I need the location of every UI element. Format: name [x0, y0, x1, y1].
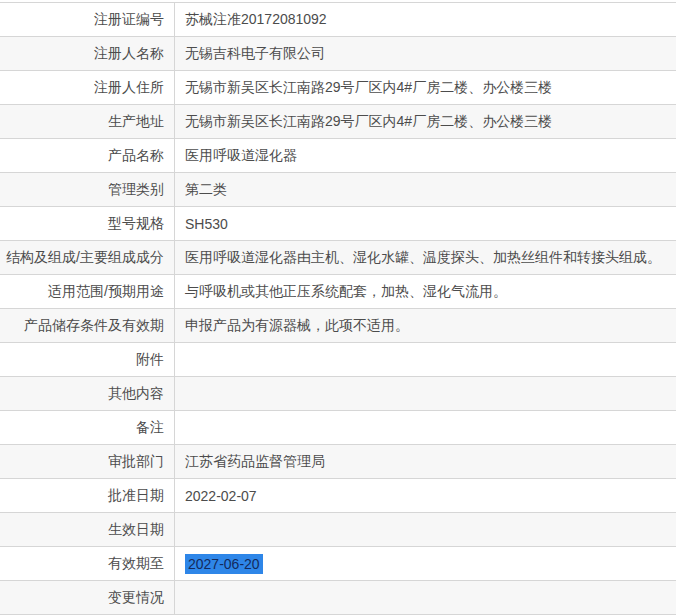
table-row: 注册证编号 苏械注准20172081092 — [0, 3, 676, 37]
row-label: 有效期至 — [0, 547, 175, 580]
row-label: 型号规格 — [0, 207, 175, 240]
table-row: 注册人住所 无锡市新吴区长江南路29号厂区内4#厂房二楼、办公楼三楼 — [0, 71, 676, 105]
table-row: 管理类别 第二类 — [0, 173, 676, 207]
row-value: 医用呼吸道湿化器 — [175, 139, 676, 172]
table-row: 批准日期 2022-02-07 — [0, 479, 676, 513]
row-label: 生效日期 — [0, 513, 175, 546]
table-row: 生产地址 无锡市新吴区长江南路29号厂区内4#厂房二楼、办公楼三楼 — [0, 105, 676, 139]
row-value — [175, 343, 676, 376]
row-label: 注册人住所 — [0, 71, 175, 104]
row-label: 注册证编号 — [0, 3, 175, 36]
row-value: SH530 — [175, 207, 676, 240]
table-row: 生效日期 — [0, 513, 676, 547]
row-value: 苏械注准20172081092 — [175, 3, 676, 36]
table-row: 产品储存条件及有效期 申报产品为有源器械，此项不适用。 — [0, 309, 676, 343]
table-row: 审批部门 江苏省药品监督管理局 — [0, 445, 676, 479]
table-row: 型号规格 SH530 — [0, 207, 676, 241]
row-value: 医用呼吸道湿化器由主机、湿化水罐、温度探头、加热丝组件和转接头组成。 — [175, 241, 676, 274]
row-label: 产品储存条件及有效期 — [0, 309, 175, 342]
row-label: 附件 — [0, 343, 175, 376]
row-value: 无锡吉科电子有限公司 — [175, 37, 676, 70]
table-row: 适用范围/预期用途 与呼吸机或其他正压系统配套，加热、湿化气流用。 — [0, 275, 676, 309]
row-label: 注册人名称 — [0, 37, 175, 70]
row-value — [175, 513, 676, 546]
row-value: 第二类 — [175, 173, 676, 206]
table-row: 其他内容 — [0, 377, 676, 411]
row-value: 申报产品为有源器械，此项不适用。 — [175, 309, 676, 342]
row-label: 审批部门 — [0, 445, 175, 478]
row-label: 结构及组成/主要组成成分 — [0, 241, 175, 274]
row-label: 管理类别 — [0, 173, 175, 206]
row-label: 备注 — [0, 411, 175, 444]
table-row: 备注 — [0, 411, 676, 445]
row-label: 产品名称 — [0, 139, 175, 172]
row-label: 变更情况 — [0, 581, 175, 614]
table-row: 产品名称 医用呼吸道湿化器 — [0, 139, 676, 173]
table-row: 结构及组成/主要组成成分 医用呼吸道湿化器由主机、湿化水罐、温度探头、加热丝组件… — [0, 241, 676, 275]
row-value: 2022-02-07 — [175, 479, 676, 512]
row-label: 其他内容 — [0, 377, 175, 410]
row-value: 江苏省药品监督管理局 — [175, 445, 676, 478]
row-value — [175, 411, 676, 444]
row-label: 适用范围/预期用途 — [0, 275, 175, 308]
row-label: 批准日期 — [0, 479, 175, 512]
table-row: 变更情况 — [0, 581, 676, 615]
row-value: 无锡市新吴区长江南路29号厂区内4#厂房二楼、办公楼三楼 — [175, 105, 676, 138]
row-value: 无锡市新吴区长江南路29号厂区内4#厂房二楼、办公楼三楼 — [175, 71, 676, 104]
row-value: 与呼吸机或其他正压系统配套，加热、湿化气流用。 — [175, 275, 676, 308]
table-row: 注册人名称 无锡吉科电子有限公司 — [0, 37, 676, 71]
selected-text[interactable]: 2027-06-20 — [185, 554, 263, 574]
row-value — [175, 377, 676, 410]
table-row: 附件 — [0, 343, 676, 377]
row-label: 生产地址 — [0, 105, 175, 138]
row-value: 2027-06-20 — [175, 547, 676, 580]
row-value — [175, 581, 676, 614]
registration-info-table: 注册证编号 苏械注准20172081092 注册人名称 无锡吉科电子有限公司 注… — [0, 2, 676, 615]
table-row: 有效期至 2027-06-20 — [0, 547, 676, 581]
